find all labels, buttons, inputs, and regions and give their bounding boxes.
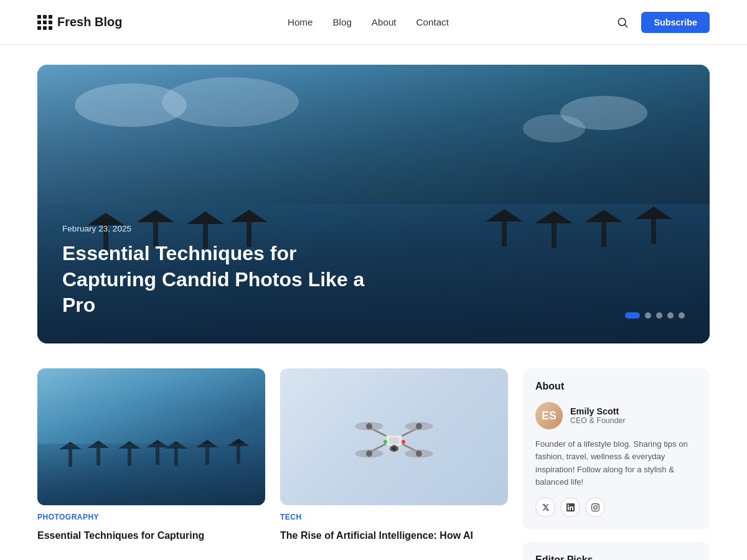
- mini-umbrella-3: [118, 441, 141, 449]
- nav-about[interactable]: About: [372, 17, 397, 27]
- site-logo[interactable]: Fresh Blog: [37, 15, 122, 30]
- umbrella-left-2: [137, 210, 174, 222]
- mini-umbrella-2: [87, 441, 110, 448]
- article-title-1: Essential Techniques for Capturing: [37, 529, 265, 543]
- hero-slider: February 23, 2025 Essential Techniques f…: [37, 65, 710, 343]
- nav-contact[interactable]: Contact: [416, 17, 449, 27]
- hero-dot-5[interactable]: [679, 312, 685, 319]
- sidebar: About ES Emily Scott CEO & Founder Found…: [523, 368, 710, 560]
- nav-actions: Subscribe: [614, 12, 710, 33]
- cloud-2: [162, 77, 299, 127]
- site-name: Fresh Blog: [57, 15, 122, 29]
- search-icon: [616, 16, 629, 29]
- mini-umbrella-1: [59, 442, 82, 449]
- article-category-1: Photography: [37, 513, 265, 521]
- nav-home[interactable]: Home: [288, 17, 313, 27]
- svg-point-17: [383, 440, 387, 444]
- umbrella-left-3: [187, 212, 224, 224]
- content-grid: Photography Essential Techniques for Cap…: [37, 368, 710, 560]
- twitter-button[interactable]: [535, 497, 555, 517]
- linkedin-button[interactable]: [560, 497, 580, 517]
- subscribe-button[interactable]: Subscribe: [641, 12, 710, 33]
- cloud-4: [523, 114, 585, 142]
- hero-dot-4[interactable]: [667, 312, 674, 319]
- svg-point-20: [392, 447, 396, 450]
- umbrella-right-4: [486, 209, 523, 222]
- umbrella-left-1: [87, 213, 125, 225]
- hero-dot-1[interactable]: [625, 312, 640, 319]
- mini-umbrella-5: [227, 439, 250, 446]
- umbrella-right-2: [585, 210, 622, 222]
- pool-image: [37, 368, 265, 505]
- author-initials: ES: [542, 409, 556, 422]
- about-author: ES Emily Scott CEO & Founder: [535, 402, 697, 429]
- logo-grid-icon: [37, 15, 51, 30]
- site-header: Fresh Blog Home Blog About Contact Subsc…: [0, 0, 747, 45]
- linkedin-icon: [566, 503, 575, 511]
- umbrella-right-3: [535, 211, 573, 223]
- svg-point-0: [619, 18, 626, 26]
- article-title-2: The Rise of Artificial Intelligence: How…: [280, 529, 508, 543]
- search-button[interactable]: [614, 14, 631, 31]
- svg-point-12: [366, 450, 372, 457]
- author-role: CEO & Founder: [570, 416, 626, 425]
- editor-picks-widget: Editor Picks: [523, 542, 710, 560]
- hero-content: February 23, 2025 Essential Techniques f…: [62, 224, 685, 319]
- umbrella-left-4: [230, 210, 268, 222]
- article-category-2: Tech: [280, 513, 508, 521]
- svg-point-10: [366, 423, 372, 429]
- svg-line-1: [625, 24, 627, 27]
- main-content: February 23, 2025 Essential Techniques f…: [0, 45, 747, 560]
- hero-dot-2[interactable]: [645, 312, 651, 319]
- drone-image: [280, 368, 508, 505]
- author-avatar: ES: [535, 402, 563, 429]
- article-card-2: Tech The Rise of Artificial Intelligence…: [280, 368, 508, 543]
- hero-date: February 23, 2025: [62, 224, 685, 233]
- main-nav: Home Blog About Contact: [288, 17, 449, 27]
- article-image-1: [37, 368, 265, 505]
- mini-umbrella-6: [196, 440, 218, 447]
- svg-point-11: [416, 423, 422, 429]
- svg-point-13: [416, 450, 422, 457]
- hero-dots: [625, 312, 685, 319]
- author-bio: Founder of a lifestyle blog. Sharing tip…: [535, 438, 697, 488]
- x-twitter-icon: [542, 503, 550, 511]
- mini-umbrella-7: [165, 441, 187, 449]
- about-widget: About ES Emily Scott CEO & Founder Found…: [523, 368, 710, 530]
- hero-dot-3[interactable]: [656, 312, 662, 319]
- svg-rect-15: [389, 437, 399, 444]
- svg-point-16: [402, 440, 405, 444]
- editor-picks-title: Editor Picks: [535, 554, 697, 560]
- about-widget-title: About: [535, 381, 697, 392]
- author-info: Emily Scott CEO & Founder: [570, 406, 626, 425]
- hero-title: Essential Techniques for Capturing Candi…: [62, 241, 386, 319]
- author-name: Emily Scott: [570, 406, 626, 416]
- nav-blog[interactable]: Blog: [332, 17, 351, 27]
- drone-svg: [350, 409, 438, 465]
- article-card-1: Photography Essential Techniques for Cap…: [37, 368, 265, 543]
- social-links: [535, 497, 697, 517]
- instagram-button[interactable]: [585, 497, 605, 517]
- instagram-icon: [591, 503, 599, 511]
- article-image-2: [280, 368, 508, 505]
- umbrella-right-1: [635, 207, 672, 219]
